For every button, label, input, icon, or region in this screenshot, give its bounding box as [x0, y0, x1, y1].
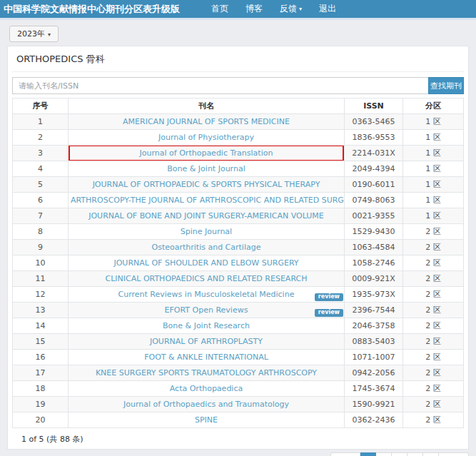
nav-item-home[interactable]: 首页: [211, 3, 228, 15]
journal-index: 5: [13, 177, 69, 193]
review-badge: review: [315, 293, 343, 301]
journal-name-link[interactable]: Osteoarthritis and Cartilage: [152, 243, 261, 252]
site-brand: 中国科学院文献情报中心期刊分区表升级版: [4, 3, 180, 16]
journal-name-link[interactable]: Journal of Physiotherapy: [158, 133, 254, 142]
journal-name-cell: Journal of Orthopaedic Translation: [69, 146, 345, 161]
journal-name-cell: CLINICAL ORTHOPAEDICS AND RELATED RESEAR…: [69, 271, 345, 287]
journal-name-link[interactable]: FOOT & ANKLE INTERNATIONAL: [144, 353, 268, 362]
year-dropdown-label: 2023年: [17, 29, 45, 39]
table-row: 10JOURNAL OF SHOULDER AND ELBOW SURGERY1…: [13, 255, 464, 271]
journal-zone: 2 区: [403, 350, 464, 365]
table-row: 16FOOT & ANKLE INTERNATIONAL1071-10072 区: [13, 350, 464, 365]
journal-index: 11: [13, 271, 69, 287]
journal-name-cell: Journal of Physiotherapy: [69, 130, 345, 146]
chevron-down-icon: ▾: [299, 6, 302, 12]
pagination-button-1[interactable]: 1: [360, 452, 376, 456]
journal-name-cell: Acta Orthopaedica: [69, 381, 345, 397]
journal-name-link[interactable]: CLINICAL ORTHOPAEDICS AND RELATED RESEAR…: [106, 274, 308, 283]
journal-index: 19: [13, 397, 69, 412]
journal-zone: 2 区: [403, 224, 464, 240]
journal-table: 序号 刊名 ISSN 分区 1AMERICAN JOURNAL OF SPORT…: [12, 98, 464, 428]
journal-issn: 0942-2056: [345, 365, 403, 381]
table-row: 12Current Reviews in Musculoskeletal Med…: [13, 287, 464, 303]
journal-zone: 2 区: [403, 381, 464, 397]
journal-name-link[interactable]: Bone & Joint Research: [163, 321, 250, 330]
journal-zone: 2 区: [403, 365, 464, 381]
journal-index: 7: [13, 208, 69, 224]
journal-zone: 1 区: [403, 161, 464, 177]
journal-name-cell: Current Reviews in Musculoskeletal Medic…: [69, 287, 345, 303]
journal-issn: 0190-6011: [345, 177, 403, 193]
nav-item-blog[interactable]: 博客: [245, 3, 263, 15]
journal-zone: 2 区: [403, 303, 464, 318]
journal-zone: 2 区: [403, 240, 464, 255]
journal-name-link[interactable]: Journal of Orthopaedics and Traumatology: [123, 400, 289, 409]
journal-index: 8: [13, 224, 69, 240]
header-index: 序号: [13, 98, 69, 114]
journal-name-cell: KNEE SURGERY SPORTS TRAUMATOLOGY ARTHROS…: [69, 365, 345, 381]
table-row: 9Osteoarthritis and Cartilage1063-45842 …: [13, 240, 464, 255]
review-badge: review: [315, 309, 343, 317]
table-row: 2Journal of Physiotherapy1836-95531 区: [13, 130, 464, 146]
journal-name-link[interactable]: Journal of Orthopaedic Translation: [140, 148, 273, 158]
journal-index: 14: [13, 318, 69, 334]
nav-item-logout[interactable]: 退出: [319, 3, 336, 15]
table-row: 15JOURNAL OF ARTHROPLASTY0883-54032 区: [13, 334, 464, 350]
journal-name-link[interactable]: ARTHROSCOPY-THE JOURNAL OF ARTHROSCOPIC …: [71, 196, 345, 205]
search-input[interactable]: [12, 77, 428, 94]
journal-name-link[interactable]: AMERICAN JOURNAL OF SPORTS MEDICINE: [123, 117, 290, 126]
table-row: 4Bone & Joint Journal2049-43941 区: [13, 161, 464, 177]
journal-name-link[interactable]: SPINE: [195, 415, 218, 425]
toolbar: 2023年▾: [0, 20, 476, 42]
journal-issn: 1935-973X: [345, 287, 403, 303]
journal-name-link[interactable]: Spine Journal: [181, 227, 232, 236]
journal-name-cell: SPINE: [69, 412, 345, 428]
journal-name-cell: Osteoarthritis and Cartilage: [69, 240, 345, 255]
journal-issn: 1529-9430: [345, 224, 403, 240]
journal-name-link[interactable]: Bone & Joint Journal: [167, 164, 245, 173]
journal-name-link[interactable]: JOURNAL OF ORTHOPAEDIC & SPORTS PHYSICAL…: [93, 180, 320, 189]
pagination-summary: 1 of 5 (共 88 条): [21, 434, 464, 445]
table-row: 5JOURNAL OF ORTHOPAEDIC & SPORTS PHYSICA…: [13, 177, 464, 193]
header-zone: 分区: [403, 98, 464, 114]
journal-zone: 1 区: [403, 114, 464, 130]
search-journal-button[interactable]: 查找期刊: [428, 77, 464, 94]
journal-name-cell: FOOT & ANKLE INTERNATIONAL: [69, 350, 345, 365]
pagination-button-4[interactable]: 4: [407, 452, 423, 456]
journal-name-link[interactable]: Acta Orthopaedica: [170, 384, 243, 393]
journal-name-link[interactable]: JOURNAL OF BONE AND JOINT SURGERY-AMERIC…: [88, 211, 324, 221]
journal-name-link[interactable]: Current Reviews in Musculoskeletal Medic…: [118, 290, 295, 299]
journal-issn: 1071-1007: [345, 350, 403, 365]
table-row: 20SPINE0362-24362 区: [13, 412, 464, 428]
table-row: 17KNEE SURGERY SPORTS TRAUMATOLOGY ARTHR…: [13, 365, 464, 381]
pagination-button-«[interactable]: «: [330, 452, 361, 456]
journal-issn: 0883-5403: [345, 334, 403, 350]
journal-index: 12: [13, 287, 69, 303]
journal-issn: 1590-9921: [345, 397, 403, 412]
pagination-button-»[interactable]: »: [439, 452, 469, 456]
journal-index: 10: [13, 255, 69, 271]
table-row: 14Bone & Joint Research2046-37582 区: [13, 318, 464, 334]
pagination-button-3[interactable]: 3: [392, 452, 407, 456]
pagination-button-5[interactable]: 5: [423, 452, 439, 456]
table-row: 8Spine Journal1529-94302 区: [13, 224, 464, 240]
journal-name-cell: JOURNAL OF ORTHOPAEDIC & SPORTS PHYSICAL…: [69, 177, 345, 193]
chevron-down-icon: ▾: [48, 31, 51, 38]
journal-name-link[interactable]: KNEE SURGERY SPORTS TRAUMATOLOGY ARTHROS…: [96, 368, 317, 378]
journal-issn: 2046-3758: [345, 318, 403, 334]
journal-zone: 2 区: [403, 318, 464, 334]
header-issn: ISSN: [345, 98, 403, 114]
journal-issn: 0362-2436: [345, 412, 403, 428]
journal-name-link[interactable]: JOURNAL OF SHOULDER AND ELBOW SURGERY: [113, 258, 298, 268]
nav-item-feedback[interactable]: 反馈▾: [280, 3, 302, 15]
journal-name-link[interactable]: EFORT Open Reviews: [165, 305, 248, 315]
journal-issn: 0021-9355: [345, 208, 403, 224]
journal-index: 4: [13, 161, 69, 177]
table-row: 7JOURNAL OF BONE AND JOINT SURGERY-AMERI…: [13, 208, 464, 224]
pagination-button-2[interactable]: 2: [376, 452, 392, 456]
journal-name-link[interactable]: JOURNAL OF ARTHROPLASTY: [150, 337, 263, 346]
journal-index: 16: [13, 350, 69, 365]
journal-index: 15: [13, 334, 69, 350]
year-dropdown-button[interactable]: 2023年▾: [9, 26, 59, 42]
journal-index: 3: [13, 146, 69, 161]
